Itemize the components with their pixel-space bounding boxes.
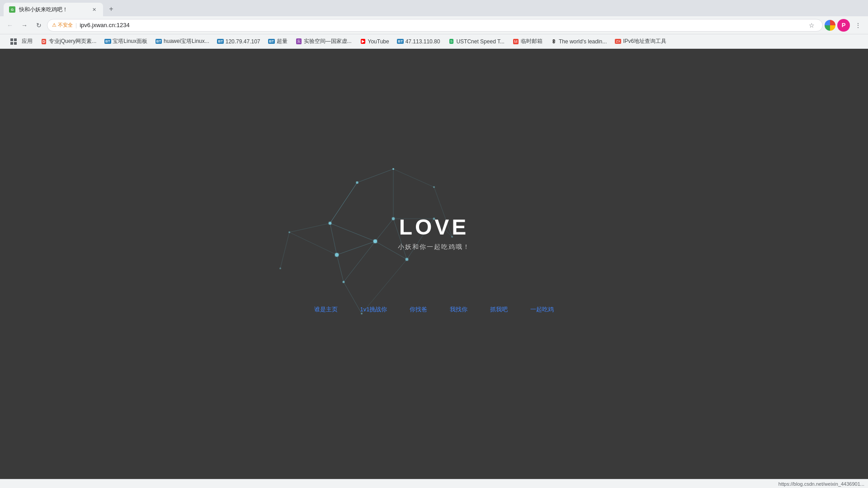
svg-point-37 [433, 186, 435, 188]
address-separator: | [75, 22, 77, 28]
bookmark-star-button[interactable]: ☆ [805, 19, 818, 32]
youtube-favicon: ▶ [360, 38, 366, 45]
tab-bar: G 快和小妖来吃鸡吧！ ✕ + [0, 0, 868, 16]
tab-favicon: G [9, 6, 15, 13]
forward-button[interactable]: → [18, 19, 31, 32]
svg-point-35 [392, 168, 394, 170]
bookmark-chaoliang[interactable]: BT 超量 [265, 36, 291, 47]
nav-link-3[interactable]: 你找爸 [410, 305, 427, 314]
page-subtitle: 小妖和你一起吃鸡哦！ [398, 243, 470, 251]
bookmark-ip2[interactable]: BT 47.113.110.80 [394, 36, 444, 47]
youtube-label: YouTube [368, 38, 389, 45]
ipv6-favicon: ZX [615, 38, 621, 45]
bookmark-bt1[interactable]: BT 宝塔Linux面板 [101, 36, 151, 47]
chaoliang-label: 超量 [277, 38, 288, 45]
ip1-favicon: BT [217, 38, 224, 45]
ip2-favicon: BT [397, 38, 404, 45]
tab-title: 快和小妖来吃鸡吧！ [19, 6, 87, 14]
profile-button[interactable]: P [837, 19, 850, 32]
bookmarks-bar: 应用 D 专业jQuery网页素... BT 宝塔Linux面板 BT huaw… [0, 34, 868, 49]
ip2-label: 47.113.110.80 [406, 38, 440, 45]
svg-rect-2 [10, 42, 13, 45]
mail-favicon: M [513, 38, 519, 45]
svg-point-39 [288, 231, 290, 233]
status-bar: https://blog.csdn.net/weixin_4436901... [0, 479, 868, 488]
bookmark-ip1[interactable]: BT 120.79.47.107 [214, 36, 264, 47]
huawei-favicon: BT [156, 38, 162, 45]
mail-label: 临时邮箱 [521, 38, 542, 45]
bookmark-huawei[interactable]: BT huawei宝塔Linux... [152, 36, 213, 47]
github-favicon: G [551, 38, 557, 45]
new-tab-button[interactable]: + [105, 3, 118, 15]
tab-close-button[interactable]: ✕ [90, 6, 98, 13]
love-title: LOVE [399, 215, 469, 239]
jquery-favicon: D [41, 38, 47, 45]
bookmark-github[interactable]: G The world's leadin... [547, 36, 610, 47]
svg-rect-0 [10, 38, 13, 41]
svg-line-25 [280, 232, 289, 268]
svg-rect-3 [14, 42, 17, 45]
menu-button[interactable]: ⋮ [852, 19, 864, 32]
center-content: LOVE 小妖和你一起吃鸡哦！ 谁是主页 1v1挑战你 你找爸 我找你 抓我吧 … [314, 215, 554, 314]
nav-link-1[interactable]: 谁是主页 [314, 305, 338, 314]
chaoliang-favicon: BT [269, 38, 275, 45]
bookmark-apps[interactable]: 应用 [4, 36, 36, 47]
bt1-label: 宝塔Linux面板 [113, 38, 147, 45]
security-label: 不安全 [58, 22, 73, 28]
bookmark-youtube[interactable]: ▶ YouTube [356, 36, 393, 47]
nav-links: 谁是主页 1v1挑战你 你找爸 我找你 抓我吧 一起吃鸡 [314, 305, 554, 314]
exp-label: 实验空间—国家虚... [304, 38, 352, 45]
nav-link-2[interactable]: 1v1挑战你 [360, 305, 387, 314]
chrome-logo [825, 20, 835, 31]
svg-line-16 [393, 169, 434, 187]
address-url: ipv6.jxwan.cn:1234 [80, 22, 802, 28]
svg-rect-1 [14, 38, 17, 41]
bookmark-exp[interactable]: 实 实验空间—国家虚... [292, 36, 355, 47]
svg-point-27 [356, 182, 359, 184]
bookmark-jquery[interactable]: D 专业jQuery网页素... [37, 36, 100, 47]
ipv6-label: IPv6地址查询工具 [623, 38, 666, 45]
svg-point-40 [279, 267, 281, 269]
bookmark-speed[interactable]: S USTCnet Speed T... [444, 36, 508, 47]
exp-favicon: 实 [296, 38, 302, 45]
speed-favicon: S [448, 38, 454, 45]
huawei-label: huawei宝塔Linux... [164, 38, 209, 45]
status-url: https://blog.csdn.net/weixin_4436901... [778, 481, 864, 487]
page-content: LOVE 小妖和你一起吃鸡哦！ 谁是主页 1v1挑战你 你找爸 我找你 抓我吧 … [0, 49, 868, 479]
refresh-button[interactable]: ↻ [33, 19, 45, 32]
nav-link-4[interactable]: 我找你 [450, 305, 467, 314]
nav-link-5[interactable]: 抓我吧 [490, 305, 508, 314]
bookmark-ipv6[interactable]: ZX IPv6地址查询工具 [611, 36, 670, 47]
security-indicator: ⚠ 不安全 [52, 22, 73, 28]
apps-grid-icon [7, 36, 20, 47]
jquery-label: 专业jQuery网页素... [49, 38, 96, 45]
address-bar[interactable]: ⚠ 不安全 | ipv6.jxwan.cn:1234 ☆ [47, 19, 823, 32]
back-button[interactable]: ← [4, 19, 16, 32]
browser-frame: G 快和小妖来吃鸡吧！ ✕ + ← → ↻ ⚠ 不安全 | ipv6.jxwan… [0, 0, 868, 488]
bookmark-mail[interactable]: M 临时邮箱 [509, 36, 546, 47]
github-label: The world's leadin... [559, 38, 607, 45]
active-tab[interactable]: G 快和小妖来吃鸡吧！ ✕ [4, 3, 103, 16]
nav-link-6[interactable]: 一起吃鸡 [530, 305, 554, 314]
bt1-favicon: BT [104, 38, 111, 45]
svg-line-5 [357, 169, 393, 183]
toolbar: ← → ↻ ⚠ 不安全 | ipv6.jxwan.cn:1234 ☆ P ⋮ [0, 16, 868, 34]
speed-label: USTCnet Speed T... [456, 38, 505, 45]
ip1-label: 120.79.47.107 [226, 38, 260, 45]
apps-label: 应用 [22, 38, 33, 45]
